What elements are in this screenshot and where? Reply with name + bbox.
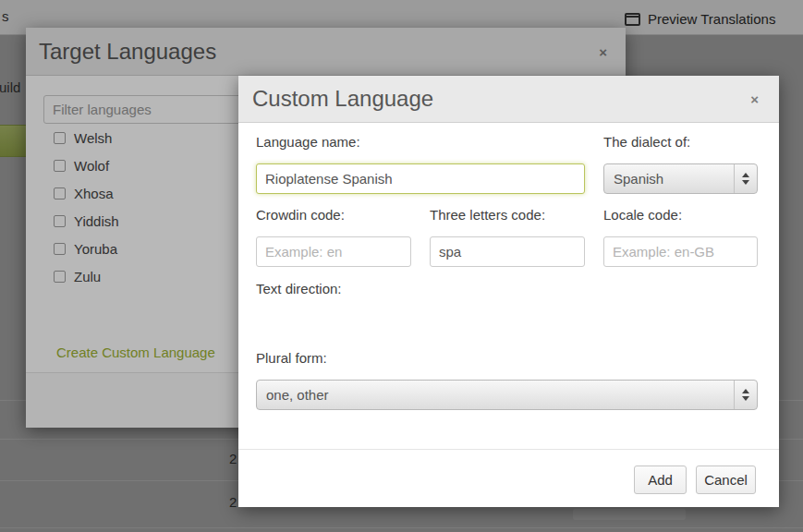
plural-form-select[interactable]: one, other: [256, 380, 758, 410]
crowdin-code-label: Crowdin code:: [256, 207, 345, 223]
locale-code-label: Locale code:: [603, 207, 682, 223]
three-letters-code-label: Three letters code:: [430, 207, 545, 223]
custom-modal-title: Custom Language: [252, 86, 433, 112]
close-icon[interactable]: ×: [750, 92, 759, 106]
language-name-label: Language name:: [256, 134, 360, 150]
plural-form-label: Plural form:: [256, 350, 327, 366]
select-arrows-icon: [734, 381, 757, 409]
text-direction-label: Text direction:: [256, 281, 342, 296]
three-letters-code-input[interactable]: [430, 236, 585, 267]
crowdin-code-input[interactable]: [256, 236, 411, 267]
screen: s Preview Translations Build 2 2 Target …: [0, 0, 803, 532]
custom-language-modal: Custom Language × Language name: The dia…: [238, 76, 779, 507]
dialect-select[interactable]: Spanish: [603, 163, 758, 194]
dialect-selected-value: Spanish: [604, 171, 734, 187]
plural-form-selected-value: one, other: [257, 387, 734, 403]
dialect-label: The dialect of:: [603, 134, 690, 150]
add-button[interactable]: Add: [634, 466, 687, 494]
custom-modal-footer: Add Cancel: [238, 449, 779, 507]
select-arrows-icon: [734, 164, 757, 193]
cancel-button[interactable]: Cancel: [696, 466, 756, 494]
locale-code-input[interactable]: [603, 236, 758, 267]
language-name-input[interactable]: [256, 163, 585, 194]
custom-modal-header: Custom Language ×: [238, 76, 779, 123]
